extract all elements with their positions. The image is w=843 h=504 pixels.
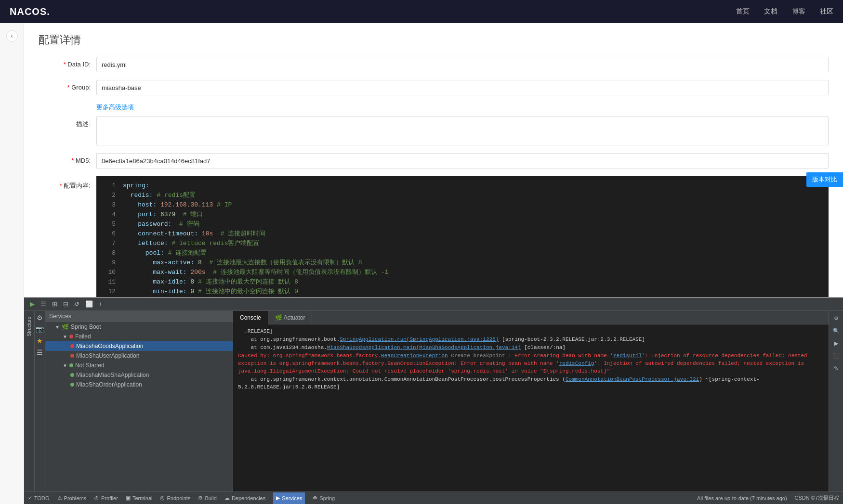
left-sidebar: ‹ bbox=[0, 23, 24, 504]
code-line-4: 4 port: 6379 # 端口 bbox=[101, 210, 824, 220]
code-line-5: 5 password: # 密码 bbox=[101, 220, 824, 229]
md5-input[interactable] bbox=[96, 153, 829, 168]
dependencies-icon: ☁ bbox=[224, 495, 230, 501]
services-label: Services bbox=[282, 495, 302, 501]
goods-app-link[interactable]: MiaoShaGoodsApplication.main(MiaoShaGood… bbox=[327, 345, 521, 350]
description-input[interactable] bbox=[96, 116, 829, 145]
order-app-label: MiaoShaOrderApplication bbox=[76, 381, 142, 388]
user-app-status bbox=[70, 354, 74, 358]
code-line-3: 3 host: 192.168.30.113 # IP bbox=[101, 200, 824, 210]
tab-actuator[interactable]: 🌿 Actuator bbox=[268, 311, 312, 324]
camera-icon[interactable]: 📷 bbox=[35, 324, 45, 334]
right-sidebar-edit[interactable]: ✎ bbox=[831, 363, 842, 374]
code-line-9: 9 max-active: 8 # 连接池最大连接数（使用负值表示没有限制）默认… bbox=[101, 258, 824, 268]
code-editor[interactable]: 1spring: 2 redis: # redis配置 3 host: 192.… bbox=[96, 176, 829, 297]
bean-creation-link[interactable]: BeanCreationException bbox=[381, 353, 448, 359]
status-dependencies[interactable]: ☁ Dependencies bbox=[224, 495, 265, 501]
check-icon: ✓ bbox=[28, 495, 32, 501]
right-sidebar-search[interactable]: 🔍 bbox=[831, 325, 842, 336]
nav-home[interactable]: 首页 bbox=[736, 7, 750, 16]
version-compare-button[interactable]: 版本对比 bbox=[806, 172, 843, 187]
order-app-node[interactable]: MiaoShaOrderApplication bbox=[45, 380, 233, 389]
nav-docs[interactable]: 文档 bbox=[764, 7, 777, 16]
ide-toolbar: ▶ ☰ ⊞ ⊟ ↺ ⬜ + bbox=[24, 297, 843, 311]
structure-tab[interactable]: Structure bbox=[26, 313, 33, 340]
goods-app-node[interactable]: MiaoshaGoodsApplication bbox=[45, 341, 233, 351]
content-area: 配置详情 Data ID: Group: 更多高级选项 描述: MD5: bbox=[24, 23, 843, 504]
todo-label: TODO bbox=[34, 495, 50, 501]
right-sidebar-stop[interactable]: ⬛ bbox=[831, 350, 842, 361]
status-build[interactable]: ⚙ Build bbox=[198, 495, 216, 501]
goods-app-label: MiaoshaGoodsApplication bbox=[76, 343, 143, 349]
status-problems[interactable]: ⚠ Problems bbox=[57, 495, 86, 501]
page-title: 配置详情 bbox=[39, 33, 829, 47]
description-label: 描述: bbox=[39, 116, 96, 132]
list-btn[interactable]: ☰ bbox=[39, 299, 48, 309]
logo: NACOS. bbox=[10, 6, 50, 17]
status-spring[interactable]: ☘ Spring bbox=[313, 495, 335, 501]
run-button[interactable]: ▶ bbox=[28, 299, 37, 309]
common-annotation-link[interactable]: CommonAnnotationBeanPostProcessor.java:3… bbox=[566, 376, 699, 382]
miaosha-app-node[interactable]: MiaoshaMiaoShaApplication bbox=[45, 370, 233, 380]
expand-btn[interactable]: ⊞ bbox=[50, 299, 59, 309]
csdn-text: CSDN ©7次最日程 bbox=[795, 494, 839, 502]
redis-util-link[interactable]: redisUtil bbox=[613, 353, 642, 359]
service-tree-header: Services bbox=[45, 311, 233, 322]
group-input[interactable] bbox=[96, 80, 829, 95]
dependencies-label: Dependencies bbox=[232, 495, 265, 501]
add-btn[interactable]: + bbox=[97, 299, 105, 309]
status-todo[interactable]: ✓ TODO bbox=[28, 495, 50, 501]
star-icon[interactable]: ★ bbox=[36, 336, 44, 346]
actuator-tab-label: 🌿 Actuator bbox=[275, 314, 305, 321]
data-id-input[interactable] bbox=[96, 57, 829, 72]
spring-label: Spring bbox=[319, 495, 335, 501]
ide-main: Structure ⚙ 📷 ★ ☰ Services ▼ 🌿 Spring Bo… bbox=[24, 311, 843, 491]
data-id-label: Data ID: bbox=[39, 57, 96, 72]
nav-blog[interactable]: 博客 bbox=[792, 7, 805, 16]
md5-row: MD5: bbox=[39, 153, 829, 168]
redis-config-link[interactable]: redisConfig bbox=[559, 361, 594, 366]
spring-boot-node[interactable]: ▼ 🌿 Spring Boot bbox=[45, 322, 233, 332]
console-line-1: .RELEASE] bbox=[238, 327, 824, 335]
status-terminal[interactable]: ▣ Terminal bbox=[126, 495, 153, 501]
advanced-link[interactable]: 更多高级选项 bbox=[96, 103, 829, 112]
not-started-node[interactable]: ▼ Not Started bbox=[45, 361, 233, 370]
bookmark-icon[interactable]: ⚙ bbox=[36, 313, 44, 323]
failed-status-dot bbox=[69, 335, 73, 338]
tab-console[interactable]: Console bbox=[233, 311, 268, 324]
miaosha-app-label: MiaoshaMiaoShaApplication bbox=[76, 372, 149, 378]
profiler-icon: ⏱ bbox=[94, 495, 99, 501]
code-line-12: 12 min-idle: 0 # 连接池中的最小空闲连接 默认 0 bbox=[101, 287, 824, 297]
not-started-label: Not Started bbox=[75, 362, 105, 369]
status-profiler[interactable]: ⏱ Profiler bbox=[94, 495, 118, 501]
group-label: Group: bbox=[39, 80, 96, 95]
nav-community[interactable]: 社区 bbox=[820, 7, 833, 16]
right-sidebar-play[interactable]: ▶ bbox=[831, 338, 842, 349]
console-output: .RELEASE] at org.springframework.boot.Sp… bbox=[233, 324, 829, 491]
expand-failed-icon: ▼ bbox=[63, 334, 67, 339]
md5-label: MD5: bbox=[39, 153, 96, 168]
stop-btn[interactable]: ⬜ bbox=[83, 299, 95, 309]
update-status: All files are up-to-date (7 minutes ago) bbox=[697, 495, 787, 501]
spring-app-link[interactable]: SpringApplication.run(SpringApplication.… bbox=[340, 336, 499, 342]
ide-panel: ▶ ☰ ⊞ ⊟ ↺ ⬜ + Structure ⚙ 📷 ★ ☰ bbox=[24, 297, 843, 504]
rerun-btn[interactable]: ↺ bbox=[72, 299, 81, 309]
config-detail-panel: 配置详情 Data ID: Group: 更多高级选项 描述: MD5: bbox=[24, 23, 843, 297]
data-id-row: Data ID: bbox=[39, 57, 829, 72]
build-label: Build bbox=[205, 495, 216, 501]
user-app-node[interactable]: MiaoShaUserApplication bbox=[45, 351, 233, 361]
filter-btn[interactable]: ⊟ bbox=[61, 299, 70, 309]
status-bar: ✓ TODO ⚠ Problems ⏱ Profiler ▣ Terminal … bbox=[24, 491, 843, 504]
goods-app-status bbox=[70, 344, 74, 348]
list-icon[interactable]: ☰ bbox=[36, 348, 44, 357]
right-sidebar-settings[interactable]: ⚙ bbox=[831, 313, 842, 323]
problems-label: Problems bbox=[64, 495, 86, 501]
sidebar-collapse-button[interactable]: ‹ bbox=[6, 30, 18, 42]
spring-boot-icon: 🌿 bbox=[62, 323, 69, 330]
update-text: All files are up-to-date (7 minutes ago) bbox=[697, 495, 787, 501]
status-endpoints[interactable]: ◎ Endpoints bbox=[160, 495, 190, 501]
failed-node[interactable]: ▼ Failed bbox=[45, 332, 233, 341]
status-services[interactable]: ▶ Services bbox=[273, 492, 305, 504]
code-line-8: 8 pool: # 连接池配置 bbox=[101, 248, 824, 258]
order-app-status bbox=[70, 383, 74, 387]
